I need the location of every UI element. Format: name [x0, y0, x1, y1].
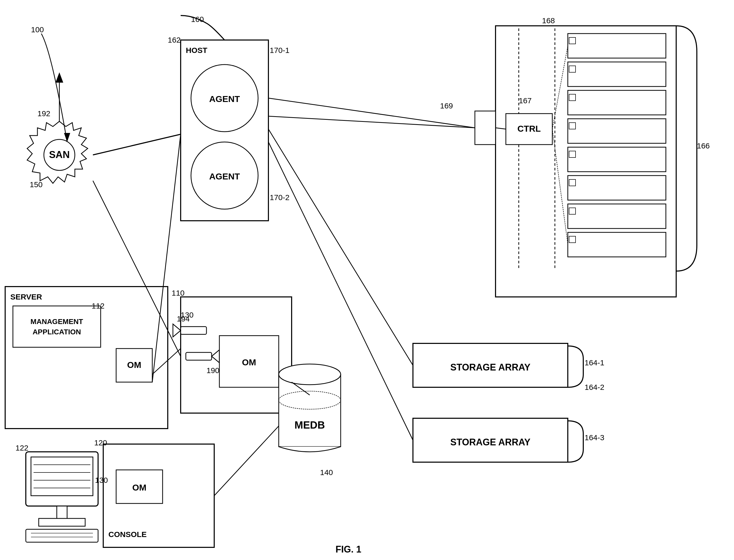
- svg-rect-4: [568, 34, 666, 58]
- svg-text:OM: OM: [132, 483, 147, 492]
- svg-text:AGENT: AGENT: [209, 171, 240, 181]
- svg-text:MEDB: MEDB: [295, 419, 325, 431]
- svg-rect-33: [13, 306, 101, 347]
- svg-text:STORAGE ARRAY: STORAGE ARRAY: [450, 437, 531, 447]
- svg-rect-51: [57, 506, 67, 519]
- svg-text:150: 150: [30, 180, 43, 189]
- svg-text:CTRL: CTRL: [517, 124, 541, 133]
- svg-rect-6: [568, 62, 666, 86]
- svg-text:130: 130: [95, 476, 108, 484]
- svg-text:192: 192: [37, 109, 50, 118]
- svg-text:120: 120: [94, 438, 107, 447]
- diagram-container: CTRL HOST AGENT AGENT SAN SERVER MANAGEM…: [0, 0, 734, 560]
- svg-text:168: 168: [542, 16, 555, 25]
- svg-text:100: 100: [31, 25, 44, 34]
- svg-rect-8: [568, 90, 666, 115]
- svg-text:OM: OM: [242, 357, 256, 367]
- svg-text:122: 122: [15, 444, 28, 452]
- svg-text:169: 169: [440, 101, 453, 110]
- svg-rect-22: [475, 111, 495, 145]
- svg-text:170-1: 170-1: [270, 46, 290, 54]
- svg-text:FIG. 1: FIG. 1: [336, 544, 361, 555]
- svg-text:164-1: 164-1: [584, 358, 604, 367]
- svg-rect-52: [39, 518, 85, 526]
- svg-text:SAN: SAN: [49, 149, 70, 160]
- svg-text:162: 162: [168, 36, 181, 44]
- svg-text:167: 167: [519, 96, 532, 105]
- svg-text:STORAGE ARRAY: STORAGE ARRAY: [450, 362, 531, 373]
- svg-text:194: 194: [177, 314, 190, 323]
- svg-rect-10: [568, 119, 666, 143]
- svg-text:HOST: HOST: [186, 46, 207, 54]
- svg-rect-16: [568, 204, 666, 228]
- svg-rect-18: [568, 232, 666, 257]
- svg-rect-14: [568, 176, 666, 200]
- svg-rect-60: [279, 374, 341, 447]
- svg-rect-12: [568, 147, 666, 172]
- svg-text:140: 140: [320, 468, 333, 477]
- svg-text:AGENT: AGENT: [209, 94, 240, 104]
- svg-text:164-3: 164-3: [584, 433, 604, 442]
- svg-text:110: 110: [172, 289, 185, 297]
- svg-text:164-2: 164-2: [584, 383, 604, 391]
- svg-rect-39: [181, 327, 207, 334]
- svg-text:166: 166: [697, 141, 710, 150]
- svg-text:SERVER: SERVER: [10, 293, 42, 301]
- svg-text:APPLICATION: APPLICATION: [33, 328, 81, 336]
- svg-text:MANAGEMENT: MANAGEMENT: [30, 318, 83, 326]
- svg-text:170-2: 170-2: [270, 193, 290, 202]
- svg-rect-46: [31, 457, 93, 496]
- svg-text:112: 112: [92, 302, 105, 310]
- svg-text:190: 190: [207, 366, 219, 375]
- svg-text:CONSOLE: CONSOLE: [108, 530, 147, 539]
- svg-rect-41: [186, 352, 212, 360]
- main-diagram-svg: CTRL HOST AGENT AGENT SAN SERVER MANAGEM…: [0, 0, 734, 560]
- svg-point-61: [279, 364, 341, 385]
- svg-rect-53: [26, 529, 98, 542]
- svg-text:OM: OM: [127, 360, 141, 370]
